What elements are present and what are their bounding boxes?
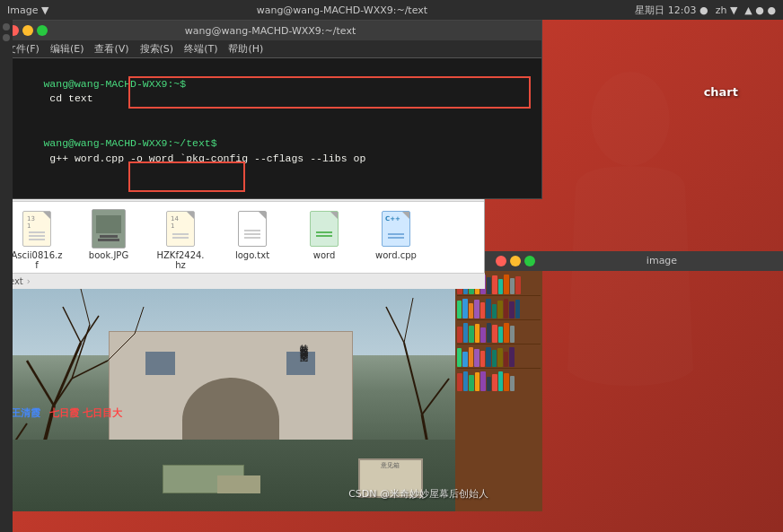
file-logo-txt[interactable]: logo.txt bbox=[225, 209, 279, 260]
terminal-titlebar: wang@wang-MACHD-WXX9:~/text bbox=[1, 21, 541, 40]
terminal-content[interactable]: wang@wang-MACHD-WXX9:~$ cd text wang@wan… bbox=[1, 58, 541, 198]
filemanager-content: 131 Ascii0816.zf bbox=[1, 202, 484, 274]
left-sidebar bbox=[0, 20, 13, 532]
photo-blue-label: 王清霞 bbox=[11, 406, 40, 420]
system-time: 星期日 12:03 ● bbox=[635, 4, 708, 17]
fm-status-arrow: › bbox=[27, 276, 31, 286]
file-book-jpg[interactable]: book.JPG bbox=[82, 209, 136, 260]
building-window-2 bbox=[286, 352, 315, 375]
file-hzkf2424[interactable]: 141 HZKf2424.hz bbox=[154, 209, 207, 270]
terminal-window: wang@wang-MACHD-WXX9:~/text 文件(F) 编辑(E) … bbox=[0, 20, 542, 199]
system-bar-title: wang@wang-MACHD-WXX9:~/text bbox=[257, 4, 427, 16]
system-bar-right: 星期日 12:03 ● zh ▼ ▲ ● ● bbox=[635, 4, 776, 17]
photo-scene: 意见箱 bbox=[0, 271, 542, 511]
terminal-maximize-button[interactable] bbox=[37, 25, 48, 36]
term-line-3: encv` bbox=[6, 181, 536, 198]
image-window-controls[interactable] bbox=[496, 256, 535, 266]
terminal-menubar: 文件(F) 编辑(E) 查看(V) 搜索(S) 终端(T) 帮助(H) bbox=[1, 40, 541, 58]
system-bar: Image ▼ wang@wang-MACHD-WXX9:~/text 星期日 … bbox=[0, 0, 783, 20]
system-tray-controls: ▲ ● ● bbox=[744, 4, 776, 16]
building-sign: 特色阅读空间 bbox=[298, 338, 310, 349]
term-line-2: wang@wang-MACHD-WXX9:~/text$ g++ word.cp… bbox=[6, 122, 536, 182]
svg-rect-4 bbox=[98, 239, 119, 241]
image-min-button[interactable] bbox=[510, 256, 521, 266]
language-selector[interactable]: zh ▼ bbox=[716, 4, 738, 16]
sidebar-item-1 bbox=[3, 23, 10, 31]
svg-line-8 bbox=[54, 379, 72, 406]
menu-terminal[interactable]: 终端(T) bbox=[184, 42, 217, 56]
file-icon-book-jpg bbox=[92, 209, 126, 249]
ground-object-2 bbox=[217, 475, 260, 493]
file-icon-hzkf2424: 141 bbox=[163, 209, 198, 249]
system-bar-left: Image ▼ bbox=[7, 4, 48, 16]
building-window-1 bbox=[145, 352, 174, 375]
term-line-1: wang@wang-MACHD-WXX9:~$ cd text bbox=[6, 62, 536, 122]
sidebar-item-2 bbox=[3, 34, 10, 41]
svg-rect-3 bbox=[100, 235, 118, 238]
svg-line-21 bbox=[422, 379, 449, 414]
image-close-button[interactable] bbox=[496, 256, 506, 266]
photo-red-label: 七日霞 七日目大 bbox=[49, 406, 122, 420]
chart-label: chart bbox=[704, 85, 738, 99]
photo-area: 意见箱 bbox=[0, 271, 542, 511]
svg-line-7 bbox=[27, 361, 54, 406]
file-word-cpp[interactable]: C++ word.cpp bbox=[369, 209, 423, 260]
right-image-label: image bbox=[541, 251, 783, 271]
right-image-panel: image bbox=[541, 251, 783, 271]
file-icon-word-cpp: C++ bbox=[379, 209, 413, 249]
file-name-ascii0816: Ascii0816.zf bbox=[10, 250, 64, 270]
csdn-watermark: CSDN @米奇妙妙屋幕后创始人 bbox=[348, 487, 488, 501]
filemanager-statusbar: text › bbox=[0, 273, 485, 289]
image-max-button[interactable] bbox=[524, 256, 535, 266]
file-name-word-exec: word bbox=[313, 250, 336, 260]
ubuntu-logo bbox=[550, 72, 711, 386]
terminal-minimize-button[interactable] bbox=[22, 25, 33, 36]
svg-rect-2 bbox=[96, 215, 121, 233]
terminal-title: wang@wang-MACHD-WXX9:~/text bbox=[48, 25, 493, 37]
menu-help[interactable]: 帮助(H) bbox=[228, 42, 263, 56]
right-bookshelf bbox=[455, 271, 542, 511]
file-icon-logo-txt bbox=[235, 209, 269, 249]
svg-line-10 bbox=[72, 361, 108, 379]
menu-search[interactable]: 搜索(S) bbox=[140, 42, 174, 56]
app-menu-label[interactable]: Image ▼ bbox=[7, 4, 48, 16]
file-icon-ascii0816: 131 bbox=[20, 209, 54, 249]
file-icon-word-exec bbox=[307, 209, 341, 249]
file-word-exec[interactable]: word bbox=[297, 209, 351, 260]
terminal-window-controls[interactable] bbox=[8, 25, 48, 36]
menu-view[interactable]: 查看(V) bbox=[94, 42, 128, 56]
file-name-logo-txt: logo.txt bbox=[235, 250, 269, 260]
file-name-word-cpp: word.cpp bbox=[375, 250, 417, 260]
image-window: image bbox=[0, 251, 542, 511]
svg-point-0 bbox=[591, 72, 670, 166]
menu-edit[interactable]: 编辑(E) bbox=[50, 42, 84, 56]
file-name-book-jpg: book.JPG bbox=[89, 250, 128, 260]
file-ascii0816[interactable]: 131 Ascii0816.zf bbox=[10, 209, 64, 270]
file-name-hzkf2424: HZKf2424.hz bbox=[156, 250, 204, 270]
